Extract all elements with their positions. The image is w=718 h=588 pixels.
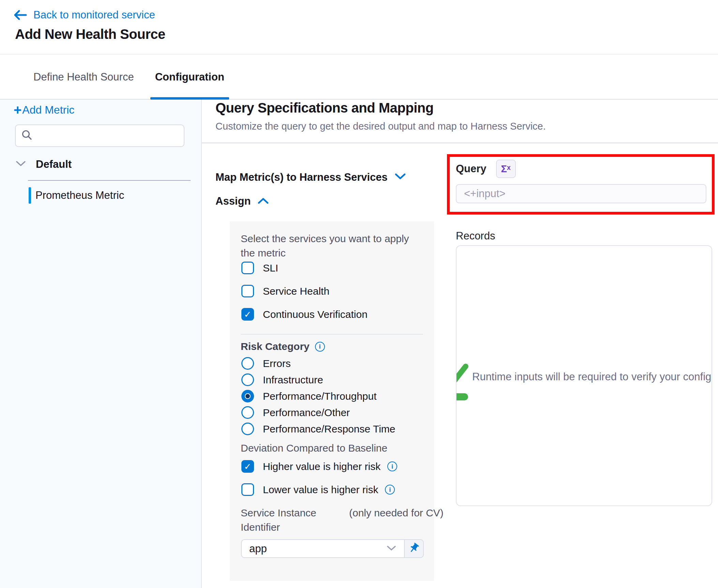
query-label: Query [456,163,487,175]
metric-item-label: Prometheus Metric [35,189,124,202]
runtime-message: Runtime inputs will be required to verif… [472,371,712,383]
performance-response-time-label: Performance/Response Time [263,423,395,435]
info-icon[interactable]: i [385,485,395,495]
performance-other-label: Performance/Other [263,407,350,418]
radio-row-errors[interactable]: Errors [241,357,291,370]
chevron-down-icon [386,545,397,553]
metric-search-input[interactable] [38,130,178,142]
assign-panel: Select the services you want to apply th… [230,221,434,581]
pin-button[interactable] [405,539,424,558]
add-metric-button[interactable]: + Add Metric [14,103,74,117]
search-icon [21,129,33,142]
checkbox-row-higher-value[interactable]: Higher value is higher risk i [241,460,397,473]
section-subtitle: Customize the query to get the desired o… [215,121,546,132]
metric-group-default[interactable]: Default [0,154,201,175]
deviation-label: Deviation Compared to Baseline [241,442,387,454]
service-health-label: Service Health [263,285,329,297]
tab-configuration[interactable]: Configuration [150,55,229,99]
service-instance-identifier-label: Service Instance Identifier [241,506,336,534]
page-header: Back to monitored service Add New Health… [0,0,718,55]
chevron-down-icon [394,173,406,182]
radio-row-performance-throughput[interactable]: Performance/Throughput [241,390,377,402]
lower-value-checkbox[interactable] [241,483,254,496]
add-metric-label: Add Metric [22,104,74,116]
sidebar-item-prometheus-metric[interactable]: Prometheus Metric [0,186,201,205]
section-divider [202,143,718,143]
records-label: Records [456,230,495,242]
chevron-down-icon [15,160,26,168]
chevron-up-icon [257,197,269,206]
service-instance-identifier-select[interactable]: app [241,539,405,558]
errors-label: Errors [263,358,291,369]
performance-throughput-radio[interactable] [241,390,254,402]
back-link-label: Back to monitored service [33,9,155,21]
errors-radio[interactable] [241,357,254,370]
infrastructure-label: Infrastructure [263,374,323,386]
performance-throughput-label: Performance/Throughput [263,391,377,402]
back-link[interactable]: Back to monitored service [13,9,155,21]
higher-value-checkbox[interactable] [241,460,254,473]
service-health-checkbox[interactable] [241,285,254,297]
runtime-check-icon [456,363,469,386]
group-divider [28,180,191,181]
risk-category-header: Risk Category i [241,341,325,352]
query-input[interactable] [456,184,706,203]
records-panel: Runtime inputs will be required to verif… [456,245,712,506]
panel-divider [241,334,423,335]
continuous-verification-checkbox[interactable] [241,308,254,321]
metrics-sidebar: + Add Metric Default Prometheus Metric [0,100,202,588]
metric-group-label: Default [36,158,72,171]
page-title: Add New Health Source [15,27,165,42]
checkbox-row-continuous-verification[interactable]: Continuous Verification [241,308,368,321]
service-instance-identifier-note: (only needed for CV) [349,506,445,520]
metric-search-box [15,124,184,147]
map-metrics-label: Map Metric(s) to Harness Services [215,171,388,183]
sli-checkbox[interactable] [241,262,254,274]
section-title: Query Specifications and Mapping [215,100,434,116]
service-instance-identifier-control: app [241,539,424,558]
pin-icon [408,542,420,555]
info-icon[interactable]: i [387,461,397,471]
sli-label: SLI [263,262,278,274]
tab-bar: Define Health Source Configuration [0,55,718,100]
performance-other-radio[interactable] [241,406,254,419]
tab-define-health-source[interactable]: Define Health Source [29,55,139,99]
main-content: Query Specifications and Mapping Customi… [202,100,718,588]
query-header: Query Σˣ [456,160,516,178]
lower-value-label: Lower value is higher risk [263,484,378,496]
radio-row-infrastructure[interactable]: Infrastructure [241,373,323,386]
continuous-verification-label: Continuous Verification [263,309,368,320]
checkbox-row-service-health[interactable]: Service Health [241,285,329,297]
selected-indicator [29,187,31,204]
services-prompt: Select the services you want to apply th… [241,232,418,260]
assign-label: Assign [215,195,251,207]
info-icon[interactable]: i [315,342,325,352]
checkbox-row-lower-value[interactable]: Lower value is higher risk i [241,483,395,496]
higher-value-label: Higher value is higher risk [263,461,380,472]
radio-row-performance-response-time[interactable]: Performance/Response Time [241,423,395,435]
service-instance-identifier-value: app [249,543,386,555]
performance-response-time-radio[interactable] [241,423,254,435]
plus-icon: + [14,103,21,117]
risk-category-label: Risk Category [241,341,310,352]
back-arrow-icon [13,9,28,21]
formula-button[interactable]: Σˣ [496,160,516,178]
runtime-check-icon [456,393,468,400]
map-metrics-section-toggle[interactable]: Map Metric(s) to Harness Services [215,171,406,183]
infrastructure-radio[interactable] [241,373,254,386]
checkbox-row-sli[interactable]: SLI [241,262,278,274]
assign-section-toggle[interactable]: Assign [215,195,269,207]
radio-row-performance-other[interactable]: Performance/Other [241,406,350,419]
